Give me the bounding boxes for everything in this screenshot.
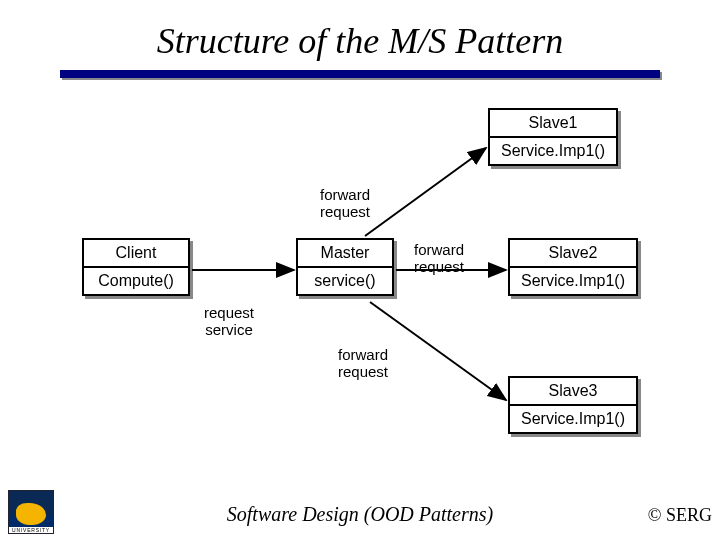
- footer-copyright: © SERG: [648, 505, 712, 526]
- slide-title: Structure of the M/S Pattern: [0, 0, 720, 70]
- logo-drexel: UNIVERSITY: [8, 490, 54, 534]
- diagram-arrows: [0, 78, 720, 478]
- diagram-area: Slave1 Service.Imp1() Slave2 Service.Imp…: [0, 78, 720, 478]
- svg-line-4: [370, 302, 506, 400]
- logo-dragon-icon: [16, 503, 46, 525]
- logo-university-text: UNIVERSITY: [9, 527, 53, 533]
- footer-caption: Software Design (OOD Patterns): [0, 503, 720, 526]
- svg-line-2: [365, 148, 486, 236]
- slide-title-underline: [60, 70, 660, 78]
